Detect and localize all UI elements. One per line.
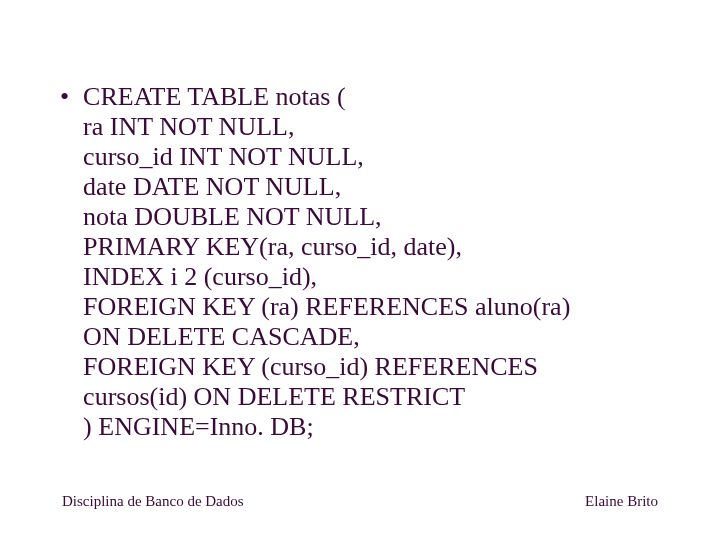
code-line: date DATE NOT NULL, <box>83 172 570 202</box>
code-line: curso_id INT NOT NULL, <box>83 142 570 172</box>
code-line: CREATE TABLE notas ( <box>83 82 570 112</box>
bullet-item: • CREATE TABLE notas ( ra INT NOT NULL, … <box>60 82 680 442</box>
footer-left: Disciplina de Banco de Dados <box>62 493 244 510</box>
code-line: ON DELETE CASCADE, <box>83 322 570 352</box>
code-line: PRIMARY KEY(ra, curso_id, date), <box>83 232 570 262</box>
code-line: FOREIGN KEY (ra) REFERENCES aluno(ra) <box>83 292 570 322</box>
code-line: FOREIGN KEY (curso_id) REFERENCES <box>83 352 570 382</box>
bullet-marker: • <box>60 82 69 112</box>
footer-right: Elaine Brito <box>585 493 658 510</box>
sql-code-block: CREATE TABLE notas ( ra INT NOT NULL, cu… <box>83 82 570 442</box>
code-line: cursos(id) ON DELETE RESTRICT <box>83 382 570 412</box>
slide-content: • CREATE TABLE notas ( ra INT NOT NULL, … <box>60 82 680 442</box>
code-line: INDEX i 2 (curso_id), <box>83 262 570 292</box>
code-line: nota DOUBLE NOT NULL, <box>83 202 570 232</box>
code-line: ra INT NOT NULL, <box>83 112 570 142</box>
code-line: ) ENGINE=Inno. DB; <box>83 412 570 442</box>
slide-footer: Disciplina de Banco de Dados Elaine Brit… <box>62 493 658 510</box>
